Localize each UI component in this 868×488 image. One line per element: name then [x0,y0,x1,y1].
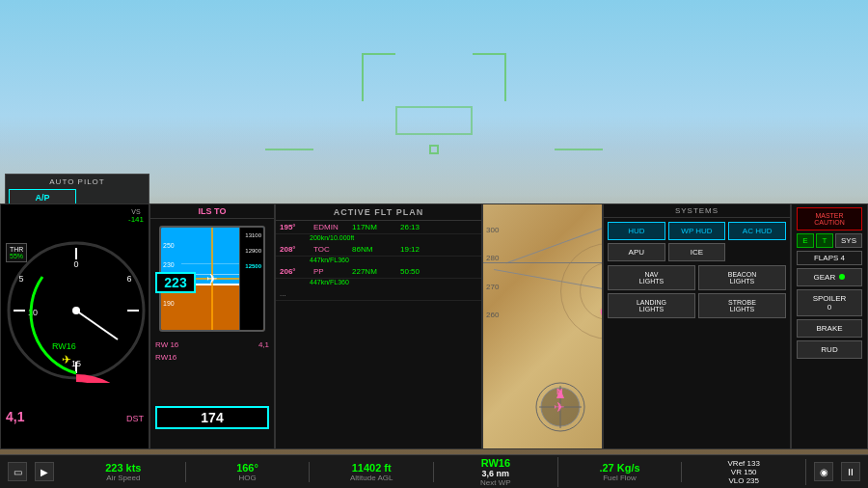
hud-overlay [265,53,603,154]
ils-title: ILS TO [150,204,274,219]
airspeed-gauge: 0 15 10 5 6 RW16 ✈ [1,214,150,407]
map-compass-labels: 300 280 270 260 [486,224,499,323]
ils-readout2: RW16 [150,351,274,364]
svg-text:0: 0 [73,259,78,269]
spoiler-button[interactable]: SPOILER 0 [797,289,862,316]
right-panel: MASTER CAUTION E T SYS FLAPS 4 GEAR SPOI… [791,203,868,449]
fpl-row-3: 206° PP 227NM 50:50 [276,265,481,279]
fpl-title: ACTIVE FLT PLAN [276,204,481,221]
sys-button[interactable]: SYS [835,233,862,248]
hud-bracket-tr [473,53,506,101]
t-label[interactable]: T [816,233,833,248]
hud-center-marker [429,145,439,154]
gear-indicator-dot [839,274,845,280]
toolbar-right: ◉ ⏸ [806,462,868,481]
asi-panel: VS -141 THR 55% 0 15 [0,203,149,449]
svg-text:RW16: RW16 [52,341,76,351]
hud-button[interactable]: HUD [608,222,665,240]
hud-reticle [395,106,473,135]
fpl-row-1: 195° EDMIN 117NM 26:13 [276,221,481,234]
pause-icon[interactable]: ⏸ [841,462,860,481]
systems-grid: HUD WP HUD AC HUD APU ICE [604,218,790,265]
gear-button[interactable]: GEAR [797,268,862,286]
brake-button[interactable]: BRAKE [797,319,862,338]
map-compass-rose: N ✈ [534,381,587,434]
svg-text:5: 5 [18,274,23,284]
ap-title: AUTO PILOT [9,177,146,186]
fpl-sub-1: 200kn/10.000ft [276,234,481,241]
altitude-display: 11402 ft Altitude AGL [310,462,434,482]
wp-hud-button[interactable]: WP HUD [668,222,726,240]
systems-title: SYSTEMS [604,204,790,218]
fuel-display: .27 Kg/s Fuel Flow [558,462,683,482]
landing-lights-button[interactable]: LANDING LIGHTS [608,293,695,318]
systems-panel: SYSTEMS HUD WP HUD AC HUD APU ICE NAV LI… [603,203,791,449]
apu-button[interactable]: APU [608,243,665,261]
map-panel: 300 280 270 260 ⊕ N ✈ [482,203,603,449]
fpl-panel: ACTIVE FLT PLAN 195° EDMIN 117NM 26:13 2… [275,203,482,449]
svg-text:10: 10 [27,308,37,317]
svg-text:15: 15 [70,359,80,368]
hud-horizon-right [555,149,603,150]
ac-hud-button[interactable]: AC HUD [728,222,786,240]
video-icon[interactable]: ▶ [35,462,54,481]
ice-button[interactable]: ICE [668,243,726,261]
rud-button[interactable]: RUD [797,340,862,359]
airspeed-display: 223 kts Air Speed [62,462,186,482]
ils-readout: RW 16 4,1 [150,339,274,351]
master-caution: MASTER CAUTION [797,207,862,230]
heading-display: 166° HOG [186,462,311,482]
et-row: E T SYS [797,233,862,248]
ils-panel: ILS TO ✈ 250 230 210 190 [149,203,275,449]
instruments-bar: VS -141 THR 55% 0 15 [0,203,868,454]
beacon-lights-button[interactable]: BEACON LIGHTS [698,265,786,290]
ils-alt-value: 223 [155,272,196,293]
hud-bracket-tl [362,53,395,101]
toolbar-left: ▭ ▶ [0,462,62,481]
fpl-sub-3: 447kn/FL360 [276,279,481,285]
fpl-row-2: 208° TOC 86NM 19:12 [276,243,481,257]
svg-text:✈: ✈ [554,399,565,415]
hud-horizon-left [265,149,313,150]
flaps-indicator: FLAPS 4 [797,251,862,265]
svg-point-11 [72,307,80,314]
fpl-row-4: ... [276,287,481,301]
nav-lights-button[interactable]: NAV LIGHTS [608,265,695,290]
svg-line-10 [76,311,118,339]
lights-grid: NAV LIGHTS BEACON LIGHTS LANDING LIGHTS … [604,265,790,322]
e-label[interactable]: E [797,233,814,248]
svg-text:6: 6 [126,274,131,284]
svg-text:✈: ✈ [62,353,71,366]
ils-hdg-value: 174 [155,406,269,429]
asi-bottom: 4,1 DST [6,409,144,424]
vref-display: VRef 133 VR 150 VLO 235 [682,459,806,485]
waypoint-display: RW16 3,6 nm Next WP [434,457,558,487]
globe-icon[interactable]: ◉ [814,462,833,481]
fpl-sub-2: 447kn/FL360 [276,257,481,263]
status-bar: ▭ ▶ 223 kts Air Speed 166° HOG 11402 ft … [0,454,868,488]
strobe-lights-button[interactable]: STROBE LIGHTS [698,293,786,318]
screen-icon[interactable]: ▭ [8,462,27,481]
